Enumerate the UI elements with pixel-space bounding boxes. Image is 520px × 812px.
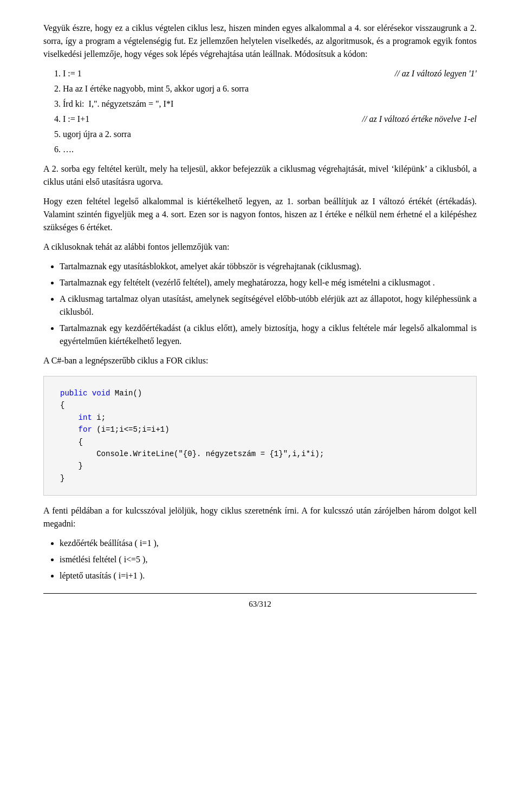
paragraph-5: A C#-ban a legnépszerűbb ciklus a FOR ci… [43, 354, 477, 367]
bullet-2-1: kezdőérték beállítása ( i=1 ), [60, 537, 477, 550]
paragraph-6: A fenti példában a for kulcsszóval jelöl… [43, 504, 477, 530]
bullet-2-3: léptető utasítás ( i=i+1 ). [60, 569, 477, 582]
bullet-2-2: ismétlési feltétel ( i<=5 ), [60, 553, 477, 566]
bullet-1-2: Tartalmaznak egy feltételt (vezérlő felt… [60, 276, 477, 289]
code-line-4: for (i=1;i<=5;i=i+1) [60, 424, 460, 436]
code-line-8: } [60, 472, 460, 484]
step-3: 3. Írd ki: I,". négyzetszám = ", I*I [54, 98, 477, 111]
code-block: public void Main() { int i; for (i=1;i<=… [43, 376, 477, 496]
step-6: 6. …. [54, 143, 477, 156]
step-4: 4. I := I+1 // az I változó értéke növel… [54, 113, 477, 126]
code-line-2: { [60, 399, 460, 411]
step-4-left: 4. I := I+1 [54, 113, 325, 126]
paragraph-2: A 2. sorba egy feltétel került, mely ha … [43, 163, 477, 189]
paragraph-4: A ciklusoknak tehát az alábbi fontos jel… [43, 241, 477, 254]
paragraph-3: Hogy ezen feltétel legelső alkalommal is… [43, 195, 477, 234]
paragraph-1: Vegyük észre, hogy ez a ciklus végtelen … [43, 22, 477, 61]
step-list: 1. I := 1 // az I változó legyen '1' 2. … [54, 67, 477, 156]
step-4-right: // az I változó értéke növelve 1-el [325, 113, 477, 126]
bullet-1-1: Tartalmaznak egy utasításblokkot, amelye… [60, 260, 477, 273]
bullet-1-4: Tartalmaznak egy kezdőértékadást (a cikl… [60, 322, 477, 348]
page-divider [43, 593, 477, 594]
code-line-6: Console.WriteLine("{0}. négyzetszám = {1… [60, 448, 460, 460]
step-1-left: 1. I := 1 [54, 67, 325, 80]
code-line-1: public void Main() [60, 387, 460, 399]
bullet-list-2: kezdőérték beállítása ( i=1 ), ismétlési… [60, 537, 477, 582]
code-line-3: int i; [60, 412, 460, 424]
code-line-7: } [60, 460, 460, 472]
bullet-list-1: Tartalmaznak egy utasításblokkot, amelye… [60, 260, 477, 348]
step-2: 2. Ha az I értéke nagyobb, mint 5, akkor… [54, 82, 477, 95]
bullet-1-3: A ciklusmag tartalmaz olyan utasítást, a… [60, 293, 477, 319]
page-content: Vegyük észre, hogy ez a ciklus végtelen … [43, 22, 477, 610]
code-line-5: { [60, 436, 460, 448]
page-number: 63/312 [43, 598, 477, 610]
step-5: 5. ugorj újra a 2. sorra [54, 128, 477, 141]
step-1: 1. I := 1 // az I változó legyen '1' [54, 67, 477, 80]
step-1-right: // az I változó legyen '1' [325, 67, 477, 80]
